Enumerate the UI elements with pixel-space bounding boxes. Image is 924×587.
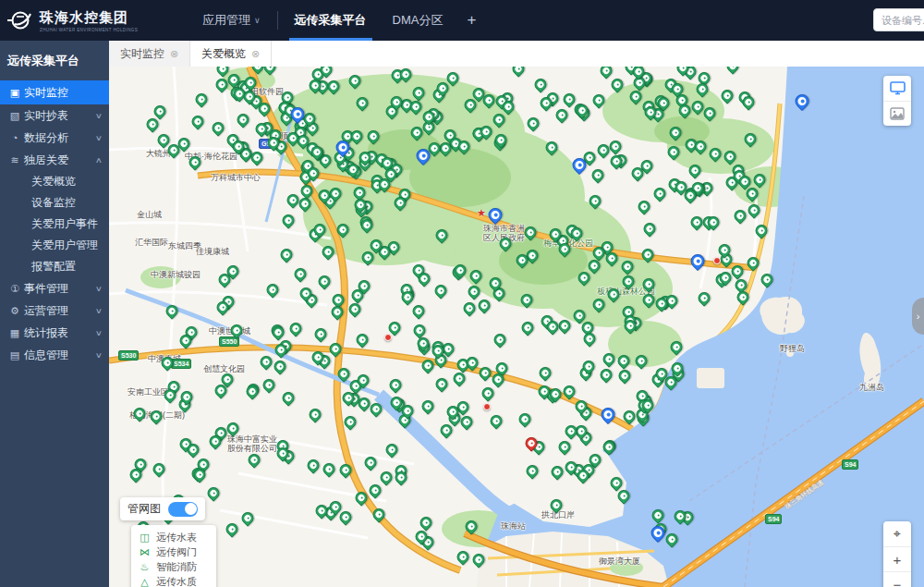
- tab-实时监控[interactable]: 实时监控⊗: [109, 41, 190, 67]
- sidebar-subitem-关爱用户管理[interactable]: 关爱用户管理: [0, 235, 109, 256]
- zoom-out-button[interactable]: −: [883, 571, 911, 587]
- tab-label: 实时监控: [120, 46, 164, 62]
- right-panel-handle[interactable]: ›: [912, 298, 924, 335]
- sidebar-item-label: 实时抄表: [24, 108, 96, 124]
- map-label: 野狸岛: [780, 344, 805, 353]
- device-search-input[interactable]: [873, 8, 924, 31]
- nav-item-2[interactable]: 远传采集平台: [282, 0, 380, 41]
- sidebar-item-label: 事件管理: [24, 281, 96, 297]
- alarm-dot-marker[interactable]: [713, 257, 721, 264]
- zoom-in-button[interactable]: +: [883, 546, 911, 571]
- satellite-icon: [890, 107, 905, 120]
- nav-item-3[interactable]: DMA分区: [380, 0, 456, 41]
- sidebar-subitem-设备监控[interactable]: 设备监控: [0, 192, 109, 214]
- chevron-down-icon: ∨: [95, 307, 103, 315]
- nav-item-label: 应用管理: [202, 12, 250, 29]
- sidebar-item-事件管理[interactable]: ①事件管理∨: [0, 277, 109, 300]
- operation-icon: ⚙: [7, 305, 22, 317]
- map-type-control: [883, 76, 911, 126]
- app-header: 珠海水控集团 ZHUHAI WATER ENVIRONMENT HOLDINGS…: [0, 0, 924, 41]
- locate-icon: ⌖: [894, 526, 901, 542]
- sidebar-subitem-报警配置[interactable]: 报警配置: [0, 256, 109, 277]
- chevron-right-icon: ›: [917, 311, 920, 322]
- legend-item-远传水表[interactable]: ◫远传水表: [139, 531, 209, 544]
- legend-item-label: 远传水表: [156, 531, 197, 544]
- legend-item-远传阀门[interactable]: ⋈远传阀门: [139, 545, 209, 559]
- sidebar-item-label: 统计报表: [24, 325, 96, 341]
- sidebar-item-数据分析[interactable]: ◔数据分析∨: [0, 127, 109, 149]
- top-nav: 应用管理∨远传采集平台DMA分区+: [189, 0, 487, 41]
- alarm-dot-marker[interactable]: [384, 334, 392, 341]
- pipe-network-label: 管网图: [128, 501, 161, 517]
- sidebar-subitem-关爱概览[interactable]: 关爱概览: [0, 171, 109, 192]
- nav-item-label: 远传采集平台: [295, 12, 367, 29]
- locate-button[interactable]: ⌖: [883, 521, 911, 546]
- sidebar-item-统计报表[interactable]: ▦统计报表∨: [0, 322, 109, 344]
- monitor-icon: ▣: [7, 87, 22, 99]
- pipe-network-toggle[interactable]: [168, 502, 198, 517]
- chevron-down-icon: ∨: [95, 112, 103, 120]
- chevron-down-icon: ∨: [95, 351, 103, 360]
- map-2d-icon: [890, 81, 906, 95]
- map-label: 中澳新城骏园: [151, 270, 201, 279]
- tab-close-icon[interactable]: ⊗: [170, 48, 178, 60]
- event-icon: ①: [7, 283, 22, 295]
- chevron-down-icon: ∨: [95, 285, 103, 293]
- map-label: 珠海站: [501, 521, 526, 531]
- nav-add-tab-button[interactable]: +: [456, 0, 487, 41]
- map-label: 万科城市中心: [211, 173, 261, 182]
- logo-swirl-icon: [6, 6, 33, 34]
- care-icon: ≋: [7, 154, 22, 166]
- road-badge: S94: [842, 459, 858, 470]
- sidebar-item-label: 运营管理: [24, 303, 96, 319]
- satellite-view-button[interactable]: [883, 101, 911, 126]
- pipe-network-toggle-box: 管网图: [120, 497, 205, 520]
- tab-关爱概览[interactable]: 关爱概览⊗: [190, 41, 272, 67]
- nav-item-label: DMA分区: [393, 12, 444, 29]
- sidebar-item-label: 独居关爱: [24, 153, 96, 168]
- sidebar-item-独居关爱[interactable]: ≋独居关爱∧: [0, 149, 109, 171]
- tab-label: 关爱概览: [201, 46, 246, 62]
- sidebar-item-label: 信息管理: [24, 348, 96, 363]
- sidebar-item-实时抄表[interactable]: ▧实时抄表∨: [0, 104, 109, 127]
- map-label: 珠海中富实业 股份有限公司: [227, 434, 277, 453]
- government-star-icon: ★: [477, 207, 486, 219]
- legend-item-远传水质[interactable]: △远传水质: [139, 575, 209, 587]
- sidebar-item-信息管理[interactable]: ▤信息管理∨: [0, 344, 109, 366]
- map-label: 创慧文化园: [203, 364, 245, 373]
- chevron-down-icon: ∨: [254, 16, 261, 25]
- chevron-down-icon: ∨: [95, 329, 103, 337]
- map-canvas[interactable]: 森田软件园云顶澜山大镜州中邦·海伦花园万科城市中心金山城汇华国际东城四季佳境康城…: [109, 67, 924, 587]
- alarm-dot-marker[interactable]: [483, 403, 491, 410]
- fire-hydrant-icon: ♨: [139, 561, 151, 573]
- sidebar-item-label: 实时监控: [24, 85, 103, 101]
- nav-item-0[interactable]: 应用管理∨: [189, 0, 274, 41]
- sidebar-item-label: 数据分析: [24, 130, 96, 146]
- legend-item-智能消防[interactable]: ♨智能消防: [139, 560, 209, 574]
- tab-bar: 实时监控⊗关爱概览⊗: [109, 41, 924, 67]
- zoom-out-icon: −: [894, 577, 902, 587]
- zoom-in-icon: +: [894, 552, 902, 568]
- road-badge: S534: [171, 359, 191, 369]
- legend-panel: ◫远传水表⋈远传阀门♨智能消防△远传水质◔远传压力: [131, 525, 216, 587]
- sidebar-title: 远传采集平台: [0, 41, 109, 80]
- logo-title: 珠海水控集团: [40, 9, 138, 27]
- logo-subtitle: ZHUHAI WATER ENVIRONMENT HOLDINGS: [40, 28, 138, 32]
- map-label: 汇华国际: [135, 238, 168, 247]
- legend-item-label: 远传水质: [156, 575, 197, 587]
- sidebar-item-运营管理[interactable]: ⚙运营管理∨: [0, 300, 109, 322]
- company-logo: 珠海水控集团 ZHUHAI WATER ENVIRONMENT HOLDINGS: [0, 0, 189, 41]
- map-label: 金山城: [137, 210, 162, 219]
- legend-item-label: 远传阀门: [156, 545, 197, 559]
- legend-item-label: 智能消防: [156, 560, 197, 574]
- data-analysis-icon: ◔: [7, 132, 22, 143]
- road-badge: S530: [118, 350, 139, 361]
- tab-close-icon[interactable]: ⊗: [251, 48, 260, 60]
- chevron-down-icon: ∨: [95, 134, 103, 142]
- map-2d-button[interactable]: [883, 76, 911, 101]
- meter-read-icon: ▧: [7, 110, 22, 122]
- sidebar-subitem-关爱用户事件[interactable]: 关爱用户事件: [0, 214, 109, 235]
- sidebar-item-实时监控[interactable]: ▣实时监控: [0, 80, 109, 104]
- road-badge: S94: [765, 514, 782, 524]
- chevron-up-icon: ∧: [95, 156, 103, 165]
